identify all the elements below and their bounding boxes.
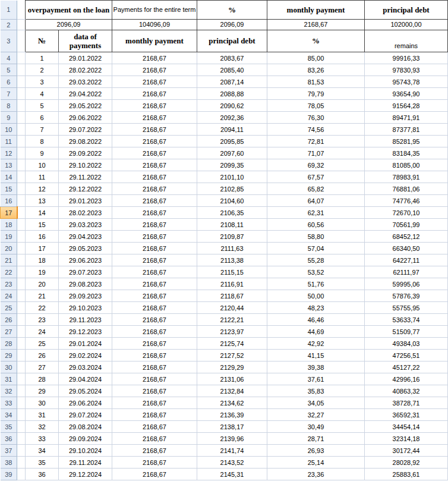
cell-payment[interactable]: 2168,67 (112, 171, 197, 183)
row-header-selected[interactable]: 17 (1, 207, 17, 219)
cell-principal[interactable]: 2139,96 (197, 433, 267, 445)
cell-payment[interactable]: 2168,67 (112, 243, 197, 254)
row-header[interactable]: 18 (1, 219, 17, 231)
cell-date[interactable]: 29.11.2023 (59, 314, 112, 326)
cell-payment[interactable]: 2168,67 (112, 219, 197, 231)
cell-remains[interactable]: 93654,90 (365, 88, 448, 100)
cell-principal[interactable]: 2127,52 (197, 350, 267, 361)
cell-percent[interactable]: 64,07 (267, 195, 365, 207)
cell-payment[interactable]: 2168,67 (112, 469, 197, 480)
cell-principal[interactable]: 2143,52 (197, 457, 267, 469)
row-header[interactable]: 19 (1, 231, 17, 243)
cell-n[interactable]: 12 (26, 183, 59, 195)
cell-overpayment-header[interactable]: overpayment on the loan (26, 1, 112, 20)
cell-remains[interactable]: 51509,77 (365, 326, 448, 338)
cell-n[interactable]: 28 (26, 373, 59, 385)
cell-remains[interactable]: 70561,99 (365, 219, 448, 231)
cell-remains[interactable]: 91564,28 (365, 100, 448, 112)
cell-empty[interactable] (17, 409, 26, 421)
cell-principal[interactable]: 2109,87 (197, 231, 267, 243)
cell-monthly-payment-value[interactable]: 2168,67 (267, 20, 365, 30)
cell-empty[interactable] (17, 195, 26, 207)
cell-principal[interactable]: 2113,38 (197, 254, 267, 266)
cell-date[interactable]: 29.06.2024 (59, 397, 112, 409)
row-header[interactable]: 1 (1, 1, 17, 20)
cell-principal-debt-header[interactable]: principal debt (365, 1, 448, 20)
cell-empty[interactable] (17, 385, 26, 397)
row-header[interactable]: 25 (1, 302, 17, 314)
cell-empty[interactable] (17, 231, 26, 243)
cell-n[interactable]: 1 (26, 52, 59, 64)
cell-date[interactable]: 29.10.2024 (59, 445, 112, 457)
cell-percent[interactable]: 37,61 (267, 373, 365, 385)
cell-n[interactable]: 8 (26, 136, 59, 147)
cell-total-payments-header[interactable]: Payments for the entire term (112, 1, 197, 20)
cell-percent[interactable]: 74,56 (267, 124, 365, 136)
cell-percent[interactable]: 79,79 (267, 88, 365, 100)
cell-remains[interactable]: 66340,50 (365, 243, 448, 254)
cell-payment[interactable]: 2168,67 (112, 112, 197, 124)
cell-empty[interactable] (17, 1, 26, 20)
cell-percent[interactable]: 51,76 (267, 278, 365, 290)
cell-n[interactable]: 29 (26, 385, 59, 397)
row-header[interactable]: 3 (1, 30, 17, 52)
cell-percent[interactable]: 42,92 (267, 338, 365, 350)
row-header[interactable]: 14 (1, 171, 17, 183)
cell-payment[interactable]: 2168,67 (112, 278, 197, 290)
row-header[interactable]: 15 (1, 183, 17, 195)
cell-principal[interactable]: 2099,35 (197, 159, 267, 171)
cell-payment[interactable]: 2168,67 (112, 338, 197, 350)
row-header[interactable]: 6 (1, 76, 17, 88)
cell-payment[interactable]: 2168,67 (112, 409, 197, 421)
cell-empty[interactable] (17, 112, 26, 124)
cell-empty[interactable] (17, 373, 26, 385)
cell-percent[interactable]: 72,81 (267, 136, 365, 147)
cell-n[interactable]: 21 (26, 290, 59, 302)
cell-remains[interactable]: 76881,06 (365, 183, 448, 195)
cell-date[interactable]: 29.01.2023 (59, 195, 112, 207)
cell-principal[interactable]: 2088,88 (197, 88, 267, 100)
row-header[interactable]: 5 (1, 64, 17, 76)
cell-n[interactable]: 6 (26, 112, 59, 124)
cell-payment[interactable]: 2168,67 (112, 302, 197, 314)
cell-empty[interactable] (17, 147, 26, 159)
cell-remains[interactable]: 47256,51 (365, 350, 448, 361)
cell-n[interactable]: 3 (26, 76, 59, 88)
cell-remains[interactable]: 53633,74 (365, 314, 448, 326)
cell-remains[interactable]: 32314,18 (365, 433, 448, 445)
cell-date[interactable]: 29.03.2024 (59, 361, 112, 373)
cell-n[interactable]: 31 (26, 409, 59, 421)
cell-empty[interactable] (17, 361, 26, 373)
cell-remains[interactable]: 28028,92 (365, 457, 448, 469)
row-header[interactable]: 2 (1, 20, 17, 30)
cell-principal[interactable]: 2115,15 (197, 266, 267, 278)
cell-n[interactable]: 26 (26, 350, 59, 361)
cell-date[interactable]: 29.01.2024 (59, 338, 112, 350)
cell-payment[interactable]: 2168,67 (112, 136, 197, 147)
cell-n[interactable]: 13 (26, 195, 59, 207)
cell-empty[interactable] (17, 350, 26, 361)
cell-percent[interactable]: 26,93 (267, 445, 365, 457)
cell-empty[interactable] (17, 124, 26, 136)
row-header[interactable]: 35 (1, 421, 17, 433)
cell-remains[interactable]: 57876,39 (365, 290, 448, 302)
cell-n[interactable]: 24 (26, 326, 59, 338)
cell-remains[interactable]: 55755,95 (365, 302, 448, 314)
cell-payment[interactable]: 2168,67 (112, 64, 197, 76)
row-header[interactable]: 10 (1, 124, 17, 136)
cell-date[interactable]: 29.04.2023 (59, 231, 112, 243)
cell-empty[interactable] (17, 136, 26, 147)
cell-payment[interactable]: 2168,67 (112, 373, 197, 385)
cell-date[interactable]: 29.05.2023 (59, 243, 112, 254)
col-header-percent[interactable]: % (267, 30, 365, 52)
cell-principal[interactable]: 2108,11 (197, 219, 267, 231)
cell-percent[interactable]: 32,27 (267, 409, 365, 421)
row-header[interactable]: 4 (1, 52, 17, 64)
cell-percent[interactable]: 62,31 (267, 207, 365, 219)
cell-principal[interactable]: 2101,10 (197, 171, 267, 183)
cell-principal[interactable]: 2116,91 (197, 278, 267, 290)
cell-date[interactable]: 29.03.2022 (59, 76, 112, 88)
cell-principal[interactable]: 2092,36 (197, 112, 267, 124)
cell-principal[interactable]: 2138,17 (197, 421, 267, 433)
cell-n[interactable]: 36 (26, 469, 59, 480)
